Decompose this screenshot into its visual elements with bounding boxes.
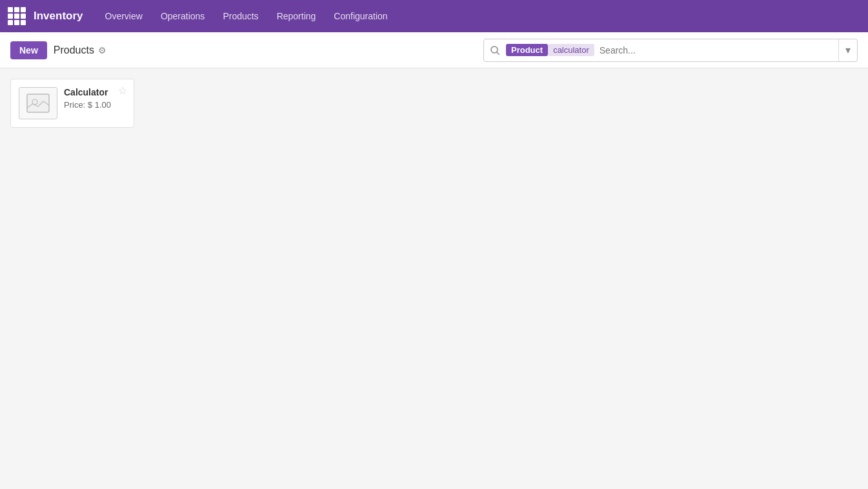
search-filter-value[interactable]: calculator xyxy=(548,44,594,56)
product-info: Calculator Price: $ 1.00 xyxy=(64,87,126,110)
page-title: Products ⚙ xyxy=(54,45,106,56)
subheader: New Products ⚙ Product calculator ▾ xyxy=(0,32,868,68)
search-filter-tag[interactable]: Product xyxy=(506,44,548,56)
search-dropdown-button[interactable]: ▾ xyxy=(838,39,857,61)
product-image xyxy=(19,87,57,119)
product-card[interactable]: Calculator Price: $ 1.00 ☆ xyxy=(10,79,134,128)
search-bar: Product calculator ▾ xyxy=(483,39,858,62)
topbar: Inventory Overview Operations Products R… xyxy=(0,0,868,32)
product-price: Price: $ 1.00 xyxy=(64,100,126,110)
new-button[interactable]: New xyxy=(10,41,47,59)
main-nav: Overview Operations Products Reporting C… xyxy=(96,0,397,32)
svg-line-1 xyxy=(497,52,500,55)
favorite-button[interactable]: ☆ xyxy=(118,86,127,96)
product-name: Calculator xyxy=(64,87,126,97)
nav-overview[interactable]: Overview xyxy=(96,0,152,32)
product-card-top: Calculator Price: $ 1.00 xyxy=(19,87,126,119)
search-filter-value-text: calculator xyxy=(553,45,589,55)
search-input[interactable] xyxy=(594,45,838,55)
search-filter-tag-label: Product xyxy=(511,45,543,55)
products-grid: Calculator Price: $ 1.00 ☆ xyxy=(10,79,858,128)
settings-icon[interactable]: ⚙ xyxy=(98,45,106,55)
page-title-text: Products xyxy=(54,45,94,56)
search-icon xyxy=(484,46,506,55)
nav-configuration[interactable]: Configuration xyxy=(325,0,396,32)
nav-operations[interactable]: Operations xyxy=(152,0,214,32)
apps-menu-icon[interactable] xyxy=(8,7,26,25)
brand-title[interactable]: Inventory xyxy=(34,10,83,23)
main-content: Calculator Price: $ 1.00 ☆ xyxy=(0,68,868,489)
nav-reporting[interactable]: Reporting xyxy=(268,0,325,32)
nav-products[interactable]: Products xyxy=(214,0,267,32)
